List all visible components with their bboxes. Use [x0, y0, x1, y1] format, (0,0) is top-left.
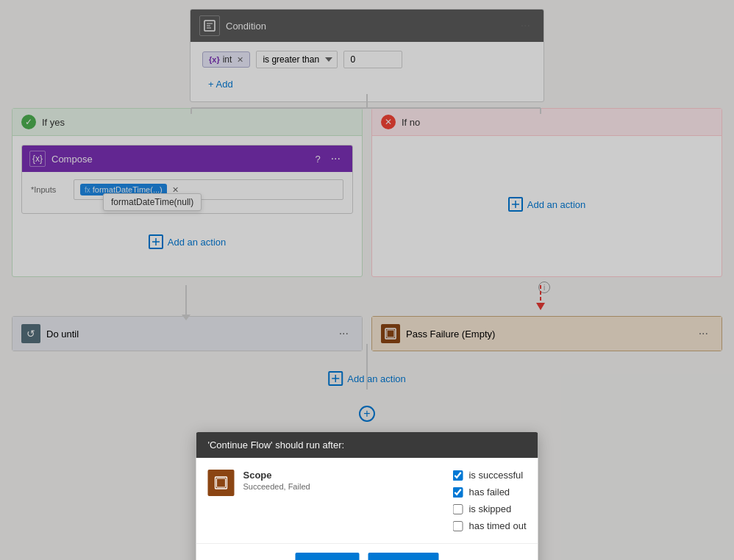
dialog-scope-sub: Succeeded, Failed — [243, 482, 441, 491]
checkbox-has-timed-out[interactable]: has timed out — [452, 520, 526, 531]
checkbox-is-successful[interactable]: is successful — [452, 470, 526, 481]
checkbox-has-timed-out-label: has timed out — [468, 520, 526, 531]
checkbox-has-failed-label: has failed — [468, 487, 510, 498]
checkbox-has-timed-out-input[interactable] — [452, 521, 463, 531]
dialog-scope-info: Scope Succeeded, Failed — [243, 470, 441, 491]
run-after-dialog: 'Continue Flow' should run after: Scope … — [196, 432, 538, 560]
dialog-body: Scope Succeeded, Failed is successful ha… — [196, 458, 538, 543]
dialog-done-btn[interactable]: Done — [295, 553, 359, 560]
dialog-scope-icon — [208, 470, 235, 496]
checkbox-is-successful-input[interactable] — [452, 470, 463, 481]
dialog-scope-section: Scope Succeeded, Failed — [208, 470, 441, 496]
dialog-footer: Done Cancel — [196, 543, 538, 560]
checkbox-is-skipped-input[interactable] — [452, 504, 463, 514]
dialog-scope-name: Scope — [243, 470, 441, 481]
checkbox-is-skipped[interactable]: is skipped — [452, 503, 526, 514]
dialog-cancel-btn[interactable]: Cancel — [368, 553, 438, 560]
checkbox-has-failed-input[interactable] — [452, 487, 463, 498]
svg-rect-21 — [217, 478, 226, 487]
checkbox-is-skipped-label: is skipped — [468, 503, 511, 514]
checkbox-has-failed[interactable]: has failed — [452, 487, 526, 498]
checkbox-is-successful-label: is successful — [468, 470, 523, 481]
dialog-title: 'Continue Flow' should run after: — [196, 432, 538, 458]
dialog-checkboxes: is successful has failed is skipped has … — [452, 470, 526, 531]
